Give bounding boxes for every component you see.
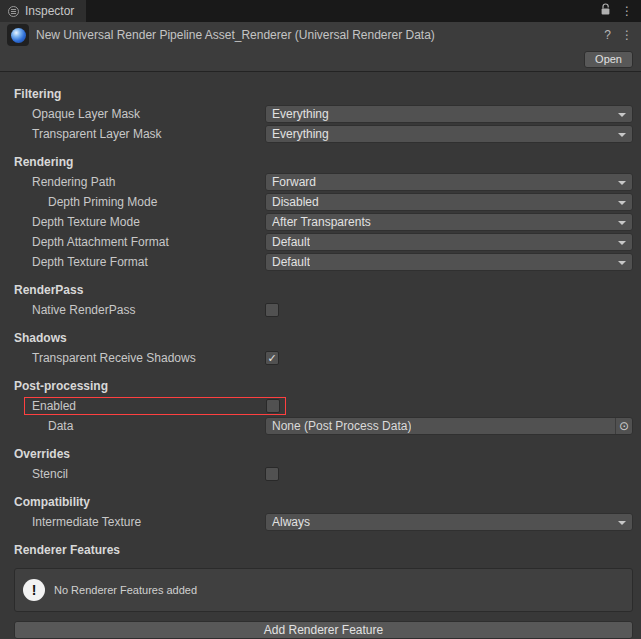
rendering-path-label: Rendering Path [0,175,265,189]
enabled-highlight-box: Enabled [24,397,286,415]
depth-priming-mode-dropdown[interactable]: Disabled [265,193,633,211]
intermediate-texture-dropdown[interactable]: Always [265,513,633,531]
lock-icon[interactable] [600,3,611,19]
post-processing-enabled-label: Enabled [25,399,76,413]
depth-attachment-format-label: Depth Attachment Format [0,235,265,249]
help-icon[interactable]: ? [604,29,611,41]
intermediate-texture-row: Intermediate Texture Always [0,512,641,532]
object-picker-icon[interactable]: ⊙ [615,418,632,434]
depth-texture-mode-label: Depth Texture Mode [0,215,265,229]
section-filtering: Filtering [0,84,641,104]
transparent-layer-mask-value: Everything [272,127,329,141]
depth-priming-mode-row: Depth Priming Mode Disabled [0,192,641,212]
depth-texture-format-dropdown[interactable]: Default [265,253,633,271]
chevron-down-icon [618,181,626,185]
rendering-path-row: Rendering Path Forward [0,172,641,192]
intermediate-texture-value: Always [272,515,310,529]
post-processing-data-value: None (Post Process Data) [272,419,411,433]
tab-inspector[interactable]: Inspector [0,0,86,22]
tab-inspector-label: Inspector [25,4,74,18]
renderer-features-empty-message: No Renderer Features added [54,584,197,596]
chevron-down-icon [618,201,626,205]
chevron-down-icon [618,113,626,117]
depth-texture-format-label: Depth Texture Format [0,255,265,269]
intermediate-texture-label: Intermediate Texture [0,515,265,529]
inspector-icon [8,6,19,17]
section-renderer-features: Renderer Features [0,540,641,560]
section-compatibility: Compatibility [0,492,641,512]
section-overrides: Overrides [0,444,641,464]
chevron-down-icon [618,521,626,525]
depth-attachment-format-value: Default [272,235,310,249]
info-icon: ! [23,579,45,601]
depth-texture-mode-row: Depth Texture Mode After Transparents [0,212,641,232]
native-renderpass-label: Native RenderPass [0,303,265,317]
transparent-layer-mask-label: Transparent Layer Mask [0,127,265,141]
depth-priming-mode-value: Disabled [272,195,319,209]
asset-icon [7,24,29,46]
transparent-receive-shadows-label: Transparent Receive Shadows [0,351,265,365]
transparent-layer-mask-row: Transparent Layer Mask Everything [0,124,641,144]
depth-texture-format-value: Default [272,255,310,269]
section-rendering: Rendering [0,152,641,172]
inspector-header: New Universal Render Pipeline Asset_Rend… [0,22,641,48]
opaque-layer-mask-row: Opaque Layer Mask Everything [0,104,641,124]
section-renderpass: RenderPass [0,280,641,300]
depth-texture-mode-value: After Transparents [272,215,371,229]
post-processing-enabled-row: Enabled [0,396,641,416]
depth-priming-mode-label: Depth Priming Mode [0,195,265,209]
section-post-processing: Post-processing [0,376,641,396]
rendering-path-value: Forward [272,175,316,189]
stencil-label: Stencil [0,467,265,481]
opaque-layer-mask-label: Opaque Layer Mask [0,107,265,121]
post-processing-data-field[interactable]: None (Post Process Data) ⊙ [265,417,633,435]
tab-bar-right: ⋮ [600,0,641,22]
transparent-receive-shadows-row: Transparent Receive Shadows ✓ [0,348,641,368]
asset-title: New Universal Render Pipeline Asset_Rend… [36,28,597,42]
native-renderpass-row: Native RenderPass [0,300,641,320]
depth-attachment-format-dropdown[interactable]: Default [265,233,633,251]
stencil-checkbox[interactable] [265,467,279,481]
chevron-down-icon [618,261,626,265]
depth-attachment-format-row: Depth Attachment Format Default [0,232,641,252]
post-processing-data-label: Data [0,419,265,433]
inspector-content: Filtering Opaque Layer Mask Everything T… [0,72,641,639]
tab-bar: Inspector ⋮ [0,0,641,22]
asset-toolbar: Open [0,48,641,72]
header-menu-icon[interactable]: ⋮ [621,29,633,41]
depth-texture-mode-dropdown[interactable]: After Transparents [265,213,633,231]
post-processing-data-row: Data None (Post Process Data) ⊙ [0,416,641,436]
header-actions: ? ⋮ [604,29,633,41]
depth-texture-format-row: Depth Texture Format Default [0,252,641,272]
chevron-down-icon [618,221,626,225]
opaque-layer-mask-value: Everything [272,107,329,121]
chevron-down-icon [618,133,626,137]
post-processing-enabled-checkbox[interactable] [266,399,280,413]
renderer-features-empty-box: ! No Renderer Features added [14,568,633,612]
transparent-receive-shadows-checkbox[interactable]: ✓ [265,351,279,365]
section-shadows: Shadows [0,328,641,348]
open-button[interactable]: Open [584,51,633,68]
opaque-layer-mask-dropdown[interactable]: Everything [265,105,633,123]
native-renderpass-checkbox[interactable] [265,303,279,317]
stencil-row: Stencil [0,464,641,484]
transparent-layer-mask-dropdown[interactable]: Everything [265,125,633,143]
chevron-down-icon [618,241,626,245]
renderer-asset-sphere-icon [11,28,26,43]
tab-menu-icon[interactable]: ⋮ [621,5,633,17]
rendering-path-dropdown[interactable]: Forward [265,173,633,191]
add-renderer-feature-button[interactable]: Add Renderer Feature [14,621,633,639]
